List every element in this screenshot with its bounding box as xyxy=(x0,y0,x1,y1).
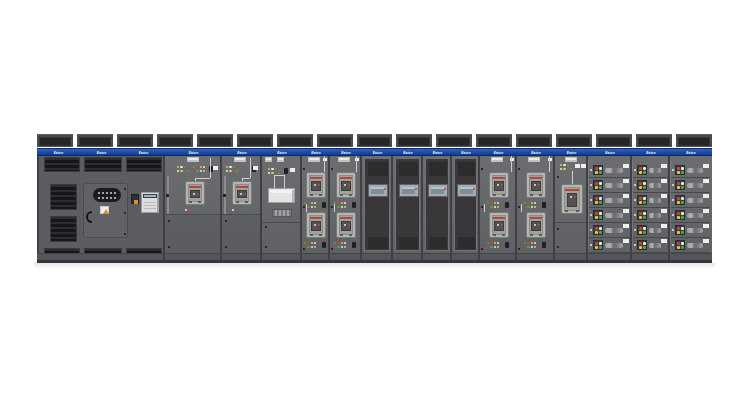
vent-grille xyxy=(265,157,272,162)
indicator-lamp xyxy=(563,168,565,170)
mccb-unit xyxy=(637,180,647,190)
indicator-lamp xyxy=(524,202,526,204)
indicator-lamp xyxy=(344,246,346,248)
indicator-lamp xyxy=(233,166,235,168)
section-body xyxy=(555,156,588,253)
controller-door-cubicle-1: Eaton xyxy=(362,148,393,263)
mccb-feeder-cubicle-3: Eaton xyxy=(670,148,712,263)
indicator-lamp xyxy=(334,246,336,248)
nameplate xyxy=(623,194,629,198)
indicator-lamp xyxy=(337,242,339,244)
roof-vent-inset xyxy=(119,137,151,146)
indicator-lamp xyxy=(344,202,346,204)
indicator-cluster xyxy=(524,242,537,249)
indicator-lamp xyxy=(311,202,313,204)
mccb-handle xyxy=(687,168,703,173)
status-lamp xyxy=(240,209,242,211)
mccb-lamp xyxy=(677,171,679,173)
brand-logo: Eaton xyxy=(489,151,508,155)
mccb-lamp xyxy=(599,171,601,173)
breaker-rating-label xyxy=(310,177,322,179)
indicator-lamp xyxy=(490,242,492,244)
indicator-lamp xyxy=(307,246,309,248)
section-body xyxy=(632,156,670,253)
breaker-foot xyxy=(493,234,496,236)
hmi-screen-glass xyxy=(371,187,384,194)
mccb-lamp xyxy=(681,182,683,184)
mccb-unit xyxy=(675,210,685,220)
connector-pin xyxy=(106,197,108,199)
indicator-lamp xyxy=(490,206,492,208)
mccb-lamp xyxy=(643,246,645,248)
mccb-lamp xyxy=(639,246,641,248)
mccb-handle xyxy=(687,183,703,188)
feeder-breaker-row xyxy=(589,223,630,238)
indicator-lamp xyxy=(236,170,238,172)
indicator-cluster xyxy=(560,164,573,171)
feeder-breaker-row xyxy=(589,163,630,178)
door-latch xyxy=(303,248,305,250)
mccb-lamp xyxy=(677,186,679,188)
nameplate xyxy=(253,166,258,170)
control-wire xyxy=(306,204,307,212)
roof-vent-inset xyxy=(678,137,710,146)
mccb-lamp xyxy=(681,242,683,244)
indicator-lamp xyxy=(203,170,205,172)
hmi-screen xyxy=(368,184,388,197)
brand-logo: Eaton xyxy=(459,151,474,155)
breaker-status-lamp xyxy=(344,224,346,226)
indicator-lamp xyxy=(531,206,533,208)
warning-label xyxy=(100,206,109,214)
indicator-lamp xyxy=(344,242,346,244)
mccb-lamp xyxy=(677,201,679,203)
mccb-handle xyxy=(605,228,623,233)
section-body xyxy=(222,156,262,253)
section-body xyxy=(517,156,555,253)
indicator-lamp xyxy=(226,166,228,168)
mccb-lamp xyxy=(681,227,683,229)
breaker-status-lamp xyxy=(193,193,195,195)
nameplate xyxy=(703,164,709,168)
controller-door xyxy=(364,158,390,251)
roof-vent-panel xyxy=(77,134,113,147)
indicator-lamp xyxy=(177,166,179,168)
door-top-recess xyxy=(458,162,475,176)
mccb-lamp xyxy=(595,242,597,244)
row-latch xyxy=(672,229,674,231)
row-latch xyxy=(590,214,592,216)
indicator-cluster xyxy=(487,202,500,209)
section-body xyxy=(330,156,362,253)
indicator-lamp xyxy=(337,206,339,208)
brand-logo: Eaton xyxy=(400,151,416,155)
mccb-lamp xyxy=(639,197,641,199)
breaker-rating-label xyxy=(493,217,505,219)
mccb-lamp xyxy=(599,201,601,203)
vent-grille xyxy=(491,157,503,162)
control-wire xyxy=(250,158,251,178)
indicator-lamp xyxy=(203,166,205,168)
indicator-lamp xyxy=(200,166,202,168)
brand-logo: Eaton xyxy=(272,151,293,155)
breaker-status-lamp xyxy=(570,196,572,198)
kick-plate xyxy=(632,253,670,260)
mccb-lamp xyxy=(595,227,597,229)
mccb-lamp xyxy=(599,231,601,233)
control-wire xyxy=(324,156,325,172)
kick-plate xyxy=(670,253,712,260)
mccb-handle xyxy=(687,228,703,233)
mccb-lamp xyxy=(599,167,601,169)
indicator-lamp xyxy=(275,168,277,170)
brand-logo: Eaton xyxy=(232,151,253,155)
indicator-lamp xyxy=(494,242,496,244)
breaker-foot xyxy=(236,201,239,203)
door-latch xyxy=(303,168,305,170)
kick-plate xyxy=(330,253,362,260)
breaker-foot xyxy=(349,234,352,236)
door-latch xyxy=(124,212,126,214)
breaker-status-lamp xyxy=(534,184,536,186)
breaker-control-face xyxy=(494,181,504,191)
hmi-screen-glass xyxy=(460,187,473,194)
row-latch xyxy=(634,184,636,186)
mccb-lamp xyxy=(599,242,601,244)
air-circuit-breaker xyxy=(489,172,509,198)
